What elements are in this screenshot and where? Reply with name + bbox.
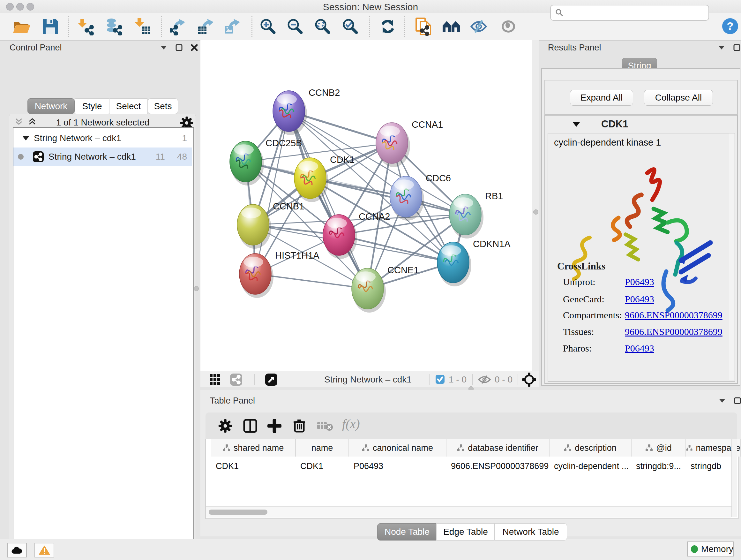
gear-icon[interactable]	[218, 419, 232, 433]
export-table-icon[interactable]	[196, 17, 215, 36]
delete-column-icon[interactable]	[292, 418, 307, 433]
node-label-CCNA2: CCNA2	[359, 211, 390, 222]
import-network-icon[interactable]	[77, 17, 96, 36]
layout-home-icon[interactable]	[442, 17, 461, 36]
crosslink-label: GeneCard:	[563, 294, 604, 305]
node-CDC25B[interactable]	[230, 141, 264, 186]
column-header-name[interactable]: name	[296, 439, 349, 456]
node-CCNA2[interactable]	[323, 214, 357, 259]
node-HIST1H1A[interactable]	[239, 253, 273, 298]
export-image-icon[interactable]	[223, 17, 242, 36]
column-header-canonical-name[interactable]: canonical name	[349, 439, 447, 456]
results-panel-menu-icon[interactable]	[718, 45, 725, 50]
zoom-fit-icon[interactable]	[313, 17, 332, 36]
table-vscroll[interactable]	[731, 439, 737, 517]
warning-icon[interactable]	[35, 543, 54, 557]
node-CDKN1A[interactable]	[437, 242, 471, 287]
right-divider[interactable]	[532, 40, 539, 371]
tab-network[interactable]: Network	[27, 98, 75, 114]
save-session-icon[interactable]	[41, 17, 60, 36]
cloud-icon[interactable]	[7, 543, 27, 557]
show-all-icon[interactable]	[499, 17, 518, 36]
annotations-icon[interactable]	[414, 17, 433, 36]
right-divider-handle[interactable]	[533, 209, 538, 214]
cell[interactable]: P06493	[349, 457, 446, 475]
cdk1-section-header[interactable]: CDK1	[545, 116, 737, 133]
import-database-icon[interactable]	[105, 17, 124, 36]
tab-sets[interactable]: Sets	[148, 98, 178, 114]
cell[interactable]: CDK1	[296, 457, 348, 475]
control-panel-float-icon[interactable]	[176, 44, 183, 51]
left-divider-handle[interactable]	[194, 286, 199, 291]
table-panel-menu-icon[interactable]	[719, 398, 726, 403]
grid-icon[interactable]	[209, 374, 221, 385]
zoom-in-icon[interactable]	[259, 17, 278, 36]
node-CDK1[interactable]	[294, 158, 328, 202]
selected-checkbox-icon[interactable]	[435, 374, 445, 384]
results-panel-float-icon[interactable]	[733, 44, 740, 51]
tab-node-table[interactable]: Node Table	[377, 523, 437, 541]
share-icon[interactable]	[230, 373, 243, 386]
crosslink-genecard[interactable]: P06493	[625, 294, 654, 305]
node-RB1[interactable]	[449, 194, 483, 239]
collection-expand-icon[interactable]	[22, 136, 29, 141]
cell[interactable]: CDK1	[211, 457, 295, 475]
cell[interactable]: 9606.ENSP00000378699	[447, 457, 549, 475]
export-network-icon[interactable]	[169, 17, 188, 36]
network-row-selected[interactable]: String Network – cdk1 11 48	[13, 147, 192, 166]
edge-CCNB2-HIST1H1A[interactable]	[255, 111, 289, 274]
help-icon[interactable]: ?	[722, 18, 738, 35]
expand-all-button[interactable]: Expand All	[570, 90, 633, 106]
crosslink-pharos[interactable]: P06493	[625, 343, 654, 354]
delete-table-icon[interactable]	[317, 421, 334, 432]
crosslink-uniprot[interactable]: P06493	[625, 276, 654, 287]
network-view-title: String Network – cdk1	[324, 374, 412, 385]
node-table[interactable]: shared namenamecanonical namedatabase id…	[205, 439, 738, 519]
search-input[interactable]	[566, 8, 709, 18]
node-CDC6[interactable]	[390, 176, 424, 221]
cdk1-collapse-icon[interactable]	[572, 122, 580, 127]
zoom-selected-icon[interactable]	[341, 17, 360, 36]
network-canvas[interactable]: CCNB2CCNA1CDC25BCDK1CDC6RB1CCNB1CCNA2CDK…	[200, 40, 532, 371]
import-table-icon[interactable]	[133, 17, 152, 36]
refresh-icon[interactable]	[378, 17, 397, 36]
search-box[interactable]	[550, 5, 709, 21]
tab-style[interactable]: Style	[75, 98, 109, 114]
add-column-icon[interactable]	[267, 419, 281, 433]
columns-icon[interactable]	[243, 419, 257, 433]
column-header-id[interactable]: @id	[631, 439, 686, 456]
network-collection-row[interactable]: String Network – cdk1 1	[13, 129, 192, 147]
collection-label: String Network – cdk1	[34, 133, 121, 143]
crosslink-tissues[interactable]: 9606.ENSP00000378699	[625, 326, 723, 337]
node-CCNB2[interactable]	[273, 91, 307, 135]
collapse-all-networks-icon[interactable]	[15, 118, 23, 126]
open-file-icon[interactable]	[12, 17, 31, 36]
table-panel-float-icon[interactable]	[734, 397, 741, 404]
zoom-out-icon[interactable]	[286, 17, 305, 36]
column-header-description[interactable]: description	[549, 439, 631, 456]
function-builder-icon[interactable]: f(x)	[342, 416, 360, 431]
control-panel-close-icon[interactable]	[191, 44, 198, 51]
tab-edge-table[interactable]: Edge Table	[436, 523, 495, 541]
birdseye-icon[interactable]	[265, 373, 278, 386]
column-header-shared-name[interactable]: shared name	[211, 439, 296, 456]
hide-selected-icon[interactable]	[469, 17, 488, 36]
node-CCNE1[interactable]	[352, 268, 386, 313]
control-panel-menu-icon[interactable]	[160, 45, 167, 50]
hscroll-thumb[interactable]	[209, 509, 267, 515]
crosslink-compartments[interactable]: 9606.ENSP00000378699	[625, 310, 723, 320]
cell[interactable]: cyclin-dependent ...	[549, 457, 631, 475]
expand-all-networks-icon[interactable]	[28, 118, 37, 126]
hidden-eye-icon[interactable]	[477, 375, 491, 384]
crosshair-icon[interactable]	[522, 373, 536, 387]
collapse-all-button[interactable]: Collapse All	[644, 90, 713, 106]
node-CCNB1[interactable]	[237, 204, 271, 249]
tab-select[interactable]: Select	[109, 98, 148, 114]
tab-network-table[interactable]: Network Table	[494, 523, 567, 541]
column-header-database-identifier[interactable]: database identifier	[447, 439, 549, 456]
protein-description: cyclin-dependent kinase 1	[554, 137, 661, 148]
memory-button[interactable]: Memory	[687, 542, 734, 557]
hscroll-track[interactable]	[206, 506, 731, 517]
results-scrollbar[interactable]	[729, 133, 734, 380]
cell[interactable]: stringdb:9...	[631, 457, 685, 475]
